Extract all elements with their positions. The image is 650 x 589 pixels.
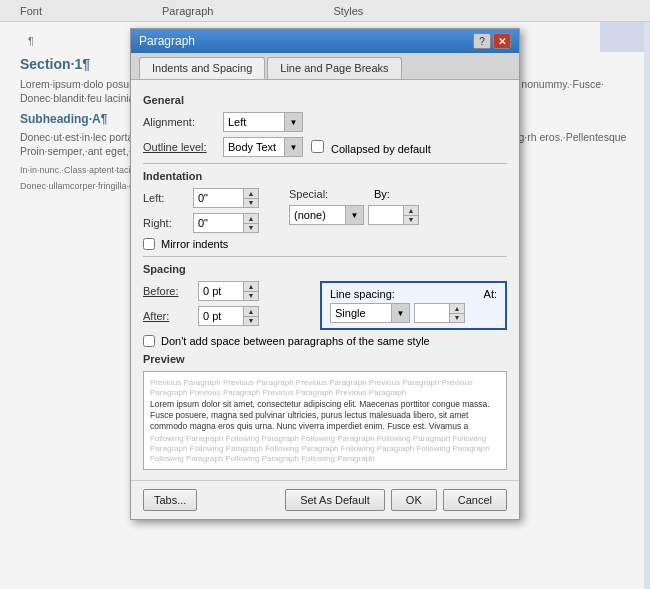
before-input[interactable] [198,281,243,301]
collapsed-checkbox-label: Collapsed by default [311,140,431,155]
dialog-title: Paragraph [139,34,195,48]
before-input-group: ▲ ▼ [198,281,259,301]
tab-indents-spacing[interactable]: Indents and Spacing [139,57,265,79]
preview-main-text: Lorem ipsum dolor sit amet, consectetur … [150,399,500,432]
at-down[interactable]: ▼ [450,314,464,323]
dont-add-space-label: Don't add space between paragraphs of th… [161,335,430,347]
indentation-section-label: Indentation [143,170,507,182]
mirror-indents-row: Mirror indents [143,238,507,250]
indentation-left-right: Left: ▲ ▼ Right: ▲ [143,188,259,238]
outline-select-wrapper: Body Text ▼ [223,137,303,157]
indent-right-spinner: ▲ ▼ [243,213,259,233]
alignment-select[interactable]: Left [223,112,303,132]
after-spinner: ▲ ▼ [243,306,259,326]
mirror-indents-label: Mirror indents [161,238,228,250]
indent-left-down[interactable]: ▼ [244,199,258,208]
spacing-divider [143,256,507,257]
indent-right-input[interactable] [193,213,243,233]
line-spacing-select[interactable]: Single [330,303,410,323]
dialog-tabs: Indents and Spacing Line and Page Breaks [131,53,519,80]
before-down[interactable]: ▼ [244,292,258,301]
indent-left-up[interactable]: ▲ [244,189,258,199]
indent-left-input-group: ▲ ▼ [193,188,259,208]
indent-left-spinner: ▲ ▼ [243,188,259,208]
preview-prev-para: Previous Paragraph Previous Paragraph Pr… [150,378,500,397]
after-input-group: ▲ ▼ [198,306,259,326]
dialog-footer: Tabs... Set As Default OK Cancel [131,480,519,519]
general-section-label: General [143,94,507,106]
indent-left-label: Left: [143,192,193,204]
indent-right-input-group: ▲ ▼ [193,213,259,233]
by-up[interactable]: ▲ [404,206,418,216]
indent-right-label: Right: [143,217,193,229]
outline-row: Outline level: Body Text ▼ Collapsed by … [143,137,507,157]
after-up[interactable]: ▲ [244,307,258,317]
at-up[interactable]: ▲ [450,304,464,314]
at-input-group: ▲ ▼ [414,303,465,323]
after-label: After: [143,310,198,322]
general-divider [143,163,507,164]
by-spinner: ▲ ▼ [403,205,419,225]
indent-right-up[interactable]: ▲ [244,214,258,224]
at-label: At: [484,288,497,300]
special-row: Special: By: [289,188,419,200]
tab-line-page-breaks[interactable]: Line and Page Breaks [267,57,401,79]
dialog-titlebar: Paragraph ? ✕ [131,29,519,53]
after-down[interactable]: ▼ [244,317,258,326]
by-down[interactable]: ▼ [404,216,418,225]
tabs-button[interactable]: Tabs... [143,489,197,511]
set-as-default-button[interactable]: Set As Default [285,489,385,511]
preview-label: Preview [143,353,507,365]
indentation-container: Left: ▲ ▼ Right: ▲ [143,188,507,238]
indent-right-row: Right: ▲ ▼ [143,213,259,233]
indent-left-row: Left: ▲ ▼ [143,188,259,208]
at-spinner: ▲ ▼ [449,303,465,323]
special-label: Special: [289,188,344,200]
by-input[interactable] [368,205,403,225]
paragraph-dialog: Paragraph ? ✕ Indents and Spacing Line a… [130,28,520,520]
preview-box: Previous Paragraph Previous Paragraph Pr… [143,371,507,470]
by-label: By: [374,188,390,200]
alignment-row: Alignment: Left ▼ [143,112,507,132]
indentation-special: Special: By: (none) ▼ ▲ ▼ [289,188,419,230]
alignment-label: Alignment: [143,116,223,128]
dont-add-space-checkbox[interactable] [143,335,155,347]
line-spacing-header: Line spacing: At: [330,288,497,300]
after-row: After: ▲ ▼ [143,306,310,326]
at-input[interactable] [414,303,449,323]
line-spacing-controls: Single ▼ ▲ ▼ [330,303,497,323]
cancel-button[interactable]: Cancel [443,489,507,511]
spacing-container: Before: ▲ ▼ After: ▲ [143,281,507,331]
before-label: Before: [143,285,198,297]
preview-following-para: Following Paragraph Following Paragraph … [150,434,500,463]
indent-right-down[interactable]: ▼ [244,224,258,233]
dont-add-space-row: Don't add space between paragraphs of th… [143,335,507,347]
alignment-select-wrapper: Left ▼ [223,112,303,132]
title-buttons: ? ✕ [473,33,511,49]
by-input-group: ▲ ▼ [368,205,419,225]
help-button[interactable]: ? [473,33,491,49]
before-spinner: ▲ ▼ [243,281,259,301]
spacing-section-label: Spacing [143,263,507,275]
spacing-before-after: Before: ▲ ▼ After: ▲ [143,281,310,331]
after-input[interactable] [198,306,243,326]
line-spacing-label: Line spacing: [330,288,395,300]
before-up[interactable]: ▲ [244,282,258,292]
indent-left-input[interactable] [193,188,243,208]
special-select-wrapper: (none) ▼ [289,205,364,225]
preview-section: Preview Previous Paragraph Previous Para… [143,353,507,470]
close-button[interactable]: ✕ [493,33,511,49]
special-select[interactable]: (none) [289,205,364,225]
mirror-indents-checkbox[interactable] [143,238,155,250]
collapsed-checkbox[interactable] [311,140,324,153]
line-spacing-box: Line spacing: At: Single ▼ ▲ ▼ [320,281,507,330]
dialog-body: General Alignment: Left ▼ Outline level:… [131,80,519,480]
outline-select[interactable]: Body Text [223,137,303,157]
special-value-row: (none) ▼ ▲ ▼ [289,205,419,225]
line-spacing-select-wrapper: Single ▼ [330,303,410,323]
outline-label: Outline level: [143,141,223,153]
before-row: Before: ▲ ▼ [143,281,310,301]
ok-button[interactable]: OK [391,489,437,511]
